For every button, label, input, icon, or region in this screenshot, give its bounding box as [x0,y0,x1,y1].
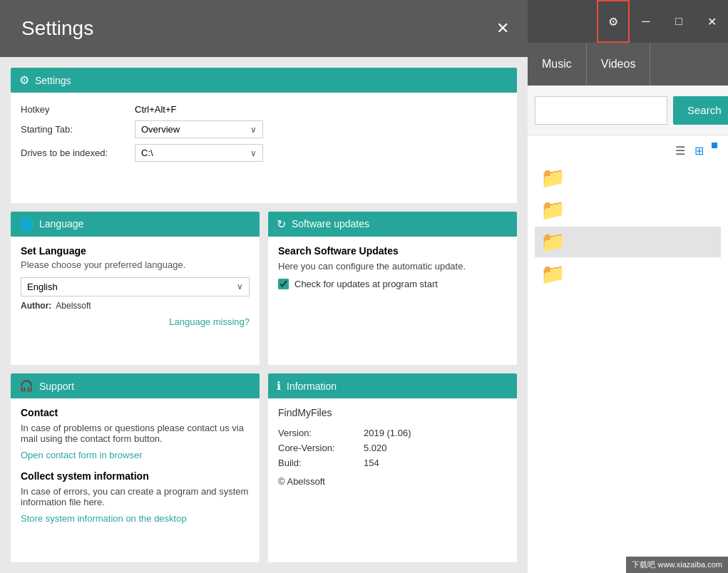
maximize-icon: □ [675,15,682,28]
hotkey-value: Ctrl+Alt+F [135,104,507,115]
set-language-label: Set Language [21,245,250,257]
section-language-label: Language [39,218,83,229]
section-info-label: Information [287,381,337,392]
chevron-down-icon: ∨ [237,282,243,291]
section-sw-updates-header: ↻ Software updates [268,212,517,237]
section-language: 🌐 Language Set Language Please choose yo… [11,212,260,366]
author-value: Abelssoft [56,301,91,311]
section-sw-updates-label: Software updates [292,218,369,229]
section-info-body: FindMyFiles Version: 2019 (1.06) Core-Ve… [268,398,517,495]
starting-tab-row: Starting Tab: Overview ∨ [21,118,507,141]
watermark: 下载吧 www.xiazaiba.com [626,557,728,573]
tab-music-label: Music [542,58,572,71]
hotkey-row: Hotkey Ctrl+Alt+F [21,101,507,118]
settings-title: Settings [21,17,93,40]
list-item[interactable]: 📁 [535,259,721,289]
file-list-area: ☰ ⊞ 📁 📁 📁 📁 [528,135,728,573]
language-select[interactable]: English ∨ [21,277,250,296]
section-support: 🎧 Support Contact In case of problems or… [11,373,260,562]
language-description: Please choose your preferred language. [21,259,250,270]
settings-header: Settings ✕ [0,0,528,57]
section-settings-label: Settings [35,75,71,86]
section-support-body: Contact In case of problems or questions… [11,398,260,532]
language-author: Author: Abelssoft [21,301,250,311]
store-sysinfo-link[interactable]: Store system information on the desktop [21,513,250,524]
section-software-updates: ↻ Software updates Search Software Updat… [268,212,517,366]
list-view-button[interactable]: ☰ [672,143,688,159]
section-language-body: Set Language Please choose your preferre… [11,237,260,336]
contact-description: In case of problems or questions please … [21,423,250,444]
starting-tab-select[interactable]: Overview ∨ [135,120,263,138]
language-missing-link[interactable]: Language missing? [21,316,250,327]
section-info-header: ℹ Information [268,373,517,398]
core-version-value: 5.020 [364,443,387,453]
tab-videos[interactable]: Videos [587,43,651,86]
minimize-button[interactable]: ─ [630,0,662,43]
version-label: Version: [278,428,364,438]
info-icon: ℹ [277,379,281,393]
contact-form-link[interactable]: Open contact form in browser [21,450,250,460]
folder-icon: 📁 [540,230,565,254]
build-label: Build: [278,458,364,468]
section-information: ℹ Information FindMyFiles Version: 2019 … [268,373,517,562]
contact-title: Contact [21,407,250,418]
settings-body: ⚙ Settings Hotkey Ctrl+Alt+F Starting Ta… [0,57,528,573]
section-language-header: 🌐 Language [11,212,260,237]
maximize-button[interactable]: □ [662,0,695,43]
refresh-icon: ↻ [277,217,286,231]
list-item[interactable]: 📁 [535,227,721,257]
folder-icon: 📁 [540,198,565,222]
search-input[interactable] [535,96,667,125]
tab-music[interactable]: Music [528,43,587,86]
section-settings: ⚙ Settings Hotkey Ctrl+Alt+F Starting Ta… [11,68,517,203]
copyright: © Abelssoft [278,476,507,487]
drives-select[interactable]: C:\ ∨ [135,144,263,162]
app-close-button[interactable]: ✕ [695,0,728,43]
list-item[interactable]: 📁 [535,195,721,225]
starting-tab-label: Starting Tab: [21,124,128,135]
selected-language: English [27,282,58,292]
grid-view-button[interactable]: ⊞ [692,143,707,159]
view-controls: ☰ ⊞ [535,143,721,159]
folder-icon: 📁 [540,166,565,190]
titlebar-controls: ⚙ ─ □ ✕ [597,0,728,43]
auto-update-checkbox-row: Check for updates at program start [278,279,507,289]
core-version-label: Core-Version: [278,443,364,453]
folder-list: 📁 📁 📁 📁 [535,162,721,289]
starting-tab-value: Overview [141,124,180,135]
settings-button[interactable]: ⚙ [597,0,630,43]
sw-update-description: Here you can configure the automatic upd… [278,261,507,272]
settings-section-icon: ⚙ [19,73,29,87]
collect-description: In case of errors, you can create a prog… [21,486,250,507]
settings-dialog: Settings ✕ ⚙ Settings Hotkey Ctrl+Alt+F … [0,0,528,573]
gear-icon: ⚙ [608,15,618,29]
build-value: 154 [364,458,379,468]
section-sw-updates-body: Search Software Updates Here you can con… [268,237,517,298]
drives-row: Drives to be indexed: C:\ ∨ [21,141,507,165]
core-version-row: Core-Version: 5.020 [278,440,507,455]
settings-close-button[interactable]: ✕ [492,18,513,39]
app-name: FindMyFiles [278,407,507,418]
build-row: Build: 154 [278,455,507,470]
language-section-icon: 🌐 [19,217,34,231]
collect-title: Collect system information [21,470,250,482]
folder-icon: 📁 [540,262,565,286]
chevron-down-icon: ∨ [250,148,257,158]
section-support-label: Support [39,381,74,392]
author-label: Author: [21,301,51,311]
app-tabs: Music Videos [528,43,728,86]
auto-update-checkbox[interactable] [278,279,289,289]
minimize-icon: ─ [642,15,650,28]
list-item[interactable]: 📁 [535,162,721,193]
search-button[interactable]: Search [673,96,728,125]
section-settings-body: Hotkey Ctrl+Alt+F Starting Tab: Overview… [11,93,517,173]
auto-update-label: Check for updates at program start [294,279,438,289]
close-icon: ✕ [707,15,717,29]
hotkey-label: Hotkey [21,104,128,115]
drives-label: Drives to be indexed: [21,148,128,158]
section-settings-header: ⚙ Settings [11,68,517,93]
chevron-down-icon: ∨ [250,125,257,135]
tab-videos-label: Videos [601,58,636,71]
sw-update-title: Search Software Updates [278,245,507,257]
headphones-icon: 🎧 [19,379,34,393]
